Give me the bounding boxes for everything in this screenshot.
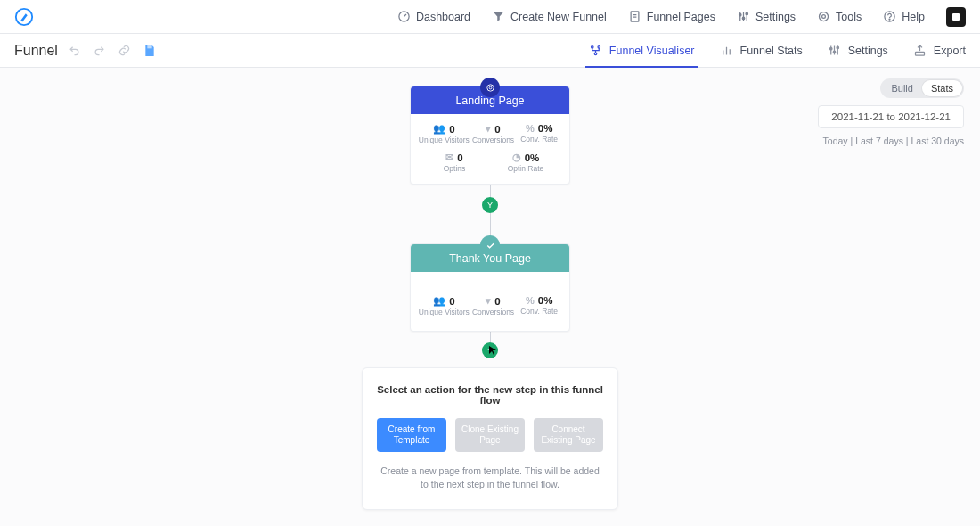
user-icon	[951, 12, 961, 22]
svg-point-19	[595, 53, 598, 55]
right-panel: Build Stats 2021-11-21 to 2021-12-21 Tod…	[818, 78, 964, 146]
clone-existing-page-button[interactable]: Clone Existing Page	[455, 418, 525, 452]
percent-icon: %	[526, 295, 535, 306]
toggle-stats[interactable]: Stats	[922, 80, 962, 96]
quick-today[interactable]: Today	[823, 136, 848, 146]
date-range-picker[interactable]: 2021-11-21 to 2021-12-21	[818, 105, 964, 128]
pages-icon	[628, 10, 641, 23]
stat-conv-rate: %0% Conv. Rate	[517, 295, 561, 316]
thankyou-badge-icon	[480, 235, 500, 255]
rocket-icon	[14, 7, 34, 27]
target-icon	[817, 10, 830, 23]
stat-unique-visitors: 👥0 Unique Visitors	[419, 123, 470, 144]
page-title: Funnel	[14, 43, 58, 59]
step-landing-page[interactable]: Landing Page 👥0 Unique Visitors ▾0 Conve…	[410, 86, 570, 185]
stat-optins: ✉0 Optins	[432, 152, 477, 173]
tab-label: Funnel Visualiser	[609, 45, 695, 57]
svg-point-28	[837, 46, 839, 49]
gauge-icon	[397, 10, 411, 23]
sliders-icon	[828, 44, 842, 58]
export-icon	[913, 44, 927, 58]
nav-tools[interactable]: Tools	[817, 10, 862, 23]
svg-point-11	[820, 12, 829, 21]
nav-help[interactable]: Help	[883, 10, 925, 23]
svg-point-27	[833, 51, 836, 53]
undo-icon[interactable]	[67, 43, 83, 59]
users-icon: 👥	[433, 123, 445, 135]
connector-line	[490, 332, 491, 342]
sliders-icon	[737, 10, 750, 23]
nav-label: Dashboard	[416, 11, 470, 23]
toggle-build[interactable]: Build	[882, 80, 921, 96]
action-description: Create a new page from template. This wi…	[377, 464, 603, 491]
link-icon[interactable]	[117, 43, 133, 59]
landing-badge-icon	[480, 78, 500, 97]
new-step-action-panel: Select an action for the new step in thi…	[362, 367, 618, 510]
subbar-left: Funnel	[14, 43, 158, 59]
save-icon[interactable]	[142, 43, 158, 59]
connector-line	[490, 213, 491, 236]
stat-conversions: ▾0 Conversions	[471, 295, 516, 316]
tab-label: Funnel Stats	[740, 45, 803, 57]
nav-label: Create New Funnel	[510, 11, 607, 23]
users-icon: 👥	[433, 295, 445, 307]
svg-point-9	[742, 17, 745, 20]
svg-point-31	[489, 86, 492, 89]
help-icon	[883, 10, 896, 23]
svg-rect-29	[916, 52, 925, 55]
nav-label: Settings	[755, 11, 796, 23]
date-quick-links: Today | Last 7 days | Last 30 days	[823, 136, 964, 146]
bars-icon	[720, 44, 734, 58]
nav-funnel-pages[interactable]: Funnel Pages	[628, 10, 715, 23]
svg-point-14	[889, 19, 890, 20]
quick-last7[interactable]: Last 7 days	[855, 136, 903, 146]
percent-icon: %	[526, 123, 535, 134]
redo-icon[interactable]	[92, 43, 108, 59]
stat-optin-rate: ◔0% Optin Rate	[503, 152, 548, 173]
svg-rect-15	[952, 13, 960, 21]
svg-rect-16	[147, 45, 151, 48]
flow-icon	[589, 44, 603, 58]
canvas: Build Stats 2021-11-21 to 2021-12-21 Tod…	[0, 68, 980, 526]
nav-settings[interactable]: Settings	[737, 10, 796, 23]
clock-icon: ◔	[512, 152, 521, 163]
svg-point-26	[830, 47, 833, 50]
stat-conversions: ▾0 Conversions	[471, 123, 516, 144]
svg-point-30	[486, 84, 493, 90]
step-body: 👥0 Unique Visitors ▾0 Conversions %0% Co…	[411, 272, 569, 331]
tab-funnel-visualiser[interactable]: Funnel Visualiser	[589, 34, 695, 68]
cursor-icon	[489, 346, 498, 355]
nav-create-funnel[interactable]: Create New Funnel	[492, 10, 607, 23]
nav-label: Help	[902, 11, 925, 23]
svg-point-8	[739, 13, 741, 16]
stat-conv-rate: %0% Conv. Rate	[517, 123, 561, 144]
tab-funnel-stats[interactable]: Funnel Stats	[720, 34, 803, 68]
tab-label: Export	[934, 45, 966, 57]
mode-toggle: Build Stats	[880, 78, 964, 98]
funnel-flow: Landing Page 👥0 Unique Visitors ▾0 Conve…	[365, 78, 615, 510]
filter-icon: ▾	[486, 295, 491, 307]
svg-point-12	[822, 15, 826, 19]
step-body: 👥0 Unique Visitors ▾0 Conversions %0% Co…	[411, 114, 569, 184]
action-buttons: Create from Template Clone Existing Page…	[377, 418, 603, 452]
filter-icon: ▾	[486, 123, 491, 135]
branch-node-yes[interactable]: Y	[482, 197, 498, 213]
svg-point-10	[746, 12, 748, 15]
brand-logo[interactable]	[14, 7, 34, 27]
nav-dashboard[interactable]: Dashboard	[397, 10, 470, 23]
tab-export[interactable]: Export	[913, 34, 966, 68]
connect-existing-page-button[interactable]: Connect Existing Page	[534, 418, 603, 452]
subbar-right: Funnel Visualiser Funnel Stats Settings …	[589, 34, 966, 68]
svg-point-18	[598, 46, 600, 49]
tab-label: Settings	[848, 45, 888, 57]
quick-last30[interactable]: Last 30 days	[911, 136, 964, 146]
step-thank-you-page[interactable]: Thank You Page 👥0 Unique Visitors ▾0 Con…	[410, 243, 570, 332]
create-from-template-button[interactable]: Create from Template	[377, 418, 446, 452]
action-title: Select an action for the new step in thi…	[377, 384, 603, 406]
user-avatar[interactable]	[946, 7, 966, 27]
nav-label: Funnel Pages	[647, 11, 715, 23]
stat-unique-visitors: 👥0 Unique Visitors	[419, 295, 470, 316]
subbar: Funnel Funnel Visualiser Funnel Stats	[0, 34, 980, 68]
tab-settings[interactable]: Settings	[828, 34, 888, 68]
top-navigation: Dashboard Create New Funnel Funnel Pages…	[397, 7, 966, 27]
